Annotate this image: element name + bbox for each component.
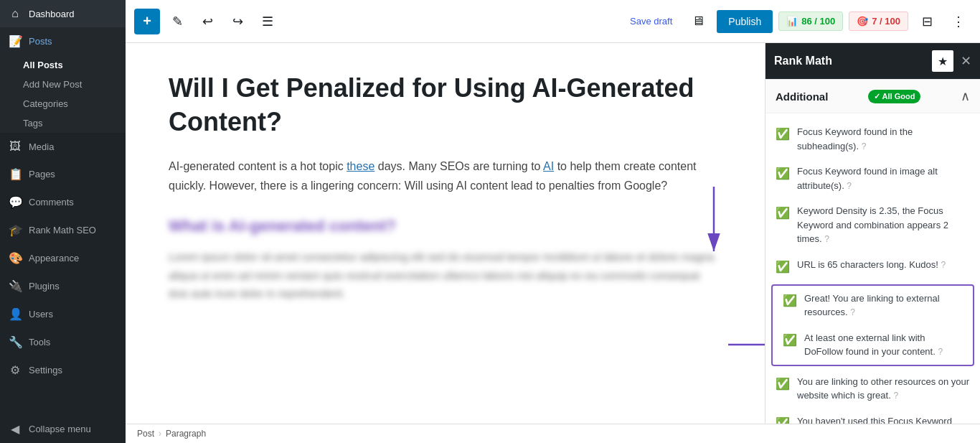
sidebar-toggle-button[interactable]: ⊟ bbox=[914, 9, 940, 34]
toolbar: + ✎ ↩ ↪ ☰ Save draft 🖥 Publish 📊 86 bbox=[126, 0, 980, 43]
help-icon-2[interactable]: ? bbox=[847, 181, 852, 191]
rm-item-8: ✅ You haven't used this Focus Keyword be… bbox=[765, 409, 980, 424]
rm-item-7-text: You are linking to other resources on yo… bbox=[797, 375, 970, 403]
check-icon-1: ✅ bbox=[776, 126, 790, 143]
sidebar-item-users[interactable]: 👤 Users bbox=[0, 300, 126, 328]
rm-item-4-text: URL is 65 characters long. Kudos! ? bbox=[797, 258, 970, 272]
sidebar-item-add-new[interactable]: Add New Post bbox=[23, 75, 126, 94]
these-link[interactable]: these bbox=[347, 160, 374, 172]
check-icon-3: ✅ bbox=[776, 205, 790, 222]
rm-item-6-text: At least one external link with DoFollow… bbox=[804, 331, 963, 359]
help-icon-4[interactable]: ? bbox=[941, 260, 946, 270]
bottom-separator: › bbox=[159, 429, 161, 439]
chevron-up-icon: ∧ bbox=[961, 89, 970, 103]
toolbar-left: + ✎ ↩ ↪ ☰ bbox=[134, 9, 618, 34]
rankmath-label: Rank Math SEO bbox=[29, 225, 96, 236]
posts-icon: 📝 bbox=[9, 34, 22, 48]
help-icon-1[interactable]: ? bbox=[862, 141, 867, 151]
sidebar-item-settings[interactable]: ⚙ Settings bbox=[0, 356, 126, 384]
users-label: Users bbox=[29, 309, 53, 320]
sidebar-item-collapse[interactable]: ◀ Collapse menu bbox=[0, 415, 126, 443]
rm-item-1: ✅ Focus Keyword found in the subheading(… bbox=[765, 119, 980, 159]
sidebar-item-comments[interactable]: 💬 Comments bbox=[0, 188, 126, 216]
editor-paragraph-1: AI-generated content is a hot topic thes… bbox=[169, 157, 722, 195]
media-icon: 🖼 bbox=[9, 140, 22, 153]
check-icon-8: ✅ bbox=[776, 415, 790, 424]
help-icon-3[interactable]: ? bbox=[824, 234, 829, 244]
sidebar-item-media[interactable]: 🖼 Media bbox=[0, 133, 126, 160]
users-icon: 👤 bbox=[9, 307, 22, 321]
rm-item-6: ✅ At least one external link with DoFoll… bbox=[773, 325, 973, 365]
readability-score-badge[interactable]: 🎯 7 / 100 bbox=[849, 11, 908, 31]
sidebar-item-all-posts[interactable]: All Posts bbox=[23, 55, 126, 75]
post-title[interactable]: Will I Get Penalized for Using AI-Genera… bbox=[169, 72, 722, 139]
ai-link[interactable]: AI bbox=[543, 160, 554, 172]
rm-item-5-text: Great! You are linking to external resou… bbox=[804, 292, 963, 320]
editor-main[interactable]: Will I Get Penalized for Using AI-Genera… bbox=[126, 43, 765, 424]
paragraph-text-2: days. Many SEOs are turning to bbox=[374, 160, 543, 172]
comments-icon: 💬 bbox=[9, 195, 22, 209]
monitor-icon: 🖥 bbox=[692, 14, 705, 29]
media-label: Media bbox=[29, 141, 54, 152]
categories-label: Categories bbox=[23, 98, 68, 109]
sidebar-item-dashboard[interactable]: ⌂ Dashboard bbox=[0, 0, 126, 27]
add-block-button[interactable]: + bbox=[134, 9, 160, 34]
rm-section-title: Additional bbox=[776, 90, 828, 103]
rm-title: Rank Math bbox=[774, 55, 925, 67]
settings-label: Settings bbox=[29, 365, 62, 376]
rm-header: Rank Math ★ ✕ bbox=[765, 43, 980, 80]
editor-body[interactable]: AI-generated content is a hot topic thes… bbox=[169, 157, 722, 303]
star-icon: ★ bbox=[938, 55, 948, 68]
rm-highlighted-group: ✅ Great! You are linking to external res… bbox=[771, 284, 974, 366]
sidebar-item-pages[interactable]: 📋 Pages bbox=[0, 160, 126, 188]
list-icon: ☰ bbox=[262, 14, 273, 29]
sidebar-item-rankmath[interactable]: 🎓 Rank Math SEO bbox=[0, 216, 126, 244]
collapse-label: Collapse menu bbox=[29, 424, 91, 434]
all-posts-label: All Posts bbox=[23, 60, 63, 70]
help-icon-5[interactable]: ? bbox=[850, 307, 855, 317]
readability-score-value: 7 / 100 bbox=[872, 16, 900, 27]
add-new-label: Add New Post bbox=[23, 79, 82, 90]
sidebar-item-posts[interactable]: 📝 Posts bbox=[0, 27, 126, 55]
sidebar-item-plugins[interactable]: 🔌 Plugins bbox=[0, 272, 126, 300]
blurred-section: What is AI-generated content? Lorem ipsu… bbox=[169, 213, 722, 303]
sidebar-item-tags[interactable]: Tags bbox=[23, 113, 126, 133]
posts-submenu: All Posts Add New Post Categories Tags bbox=[0, 55, 126, 133]
undo-button[interactable]: ↩ bbox=[194, 9, 220, 34]
readability-score-icon: 🎯 bbox=[857, 16, 868, 27]
redo-button[interactable]: ↪ bbox=[225, 9, 250, 34]
sidebar-item-categories[interactable]: Categories bbox=[23, 94, 126, 113]
plugins-icon: 🔌 bbox=[9, 279, 22, 293]
sidebar-item-label: Dashboard bbox=[29, 9, 75, 19]
rm-section-header: Additional ✓ All Good ∧ bbox=[765, 80, 980, 113]
main-area: + ✎ ↩ ↪ ☰ Save draft 🖥 Publish 📊 86 bbox=[126, 0, 980, 443]
rm-item-3-text: Keyword Density is 2.35, the Focus Keywo… bbox=[797, 204, 970, 246]
publish-button[interactable]: Publish bbox=[717, 10, 773, 33]
seo-score-icon: 📊 bbox=[786, 16, 798, 27]
blurred-heading: What is AI-generated content? bbox=[169, 213, 722, 239]
sidebar-item-tools[interactable]: 🔧 Tools bbox=[0, 328, 126, 356]
rank-math-panel: Rank Math ★ ✕ Additional ✓ All Good ∧ bbox=[765, 43, 980, 424]
collapse-icon: ◀ bbox=[9, 422, 22, 436]
pen-tool-button[interactable]: ✎ bbox=[164, 9, 190, 34]
settings-icon: ⚙ bbox=[9, 363, 22, 377]
plugins-label: Plugins bbox=[29, 281, 60, 292]
sidebar-toggle-icon: ⊟ bbox=[922, 14, 933, 29]
rm-item-2-text: Focus Keyword found in image alt attribu… bbox=[797, 164, 970, 192]
seo-score-badge[interactable]: 📊 86 / 100 bbox=[778, 11, 843, 31]
help-icon-7[interactable]: ? bbox=[893, 391, 898, 401]
list-view-button[interactable]: ☰ bbox=[255, 9, 281, 34]
rm-item-7: ✅ You are linking to other resources on … bbox=[765, 369, 980, 409]
help-icon-6[interactable]: ? bbox=[938, 347, 943, 357]
close-icon: ✕ bbox=[961, 54, 971, 68]
pages-label: Pages bbox=[29, 169, 55, 179]
rm-collapse-button[interactable]: ∧ bbox=[961, 88, 970, 104]
preview-button[interactable]: 🖥 bbox=[685, 9, 711, 34]
sidebar-item-appearance[interactable]: 🎨 Appearance bbox=[0, 244, 126, 272]
save-draft-button[interactable]: Save draft bbox=[623, 11, 679, 31]
options-button[interactable]: ⋮ bbox=[946, 9, 971, 34]
rm-star-button[interactable]: ★ bbox=[932, 50, 953, 72]
tools-label: Tools bbox=[29, 337, 50, 348]
rm-close-button[interactable]: ✕ bbox=[961, 55, 971, 67]
check-icon-2: ✅ bbox=[776, 165, 790, 182]
